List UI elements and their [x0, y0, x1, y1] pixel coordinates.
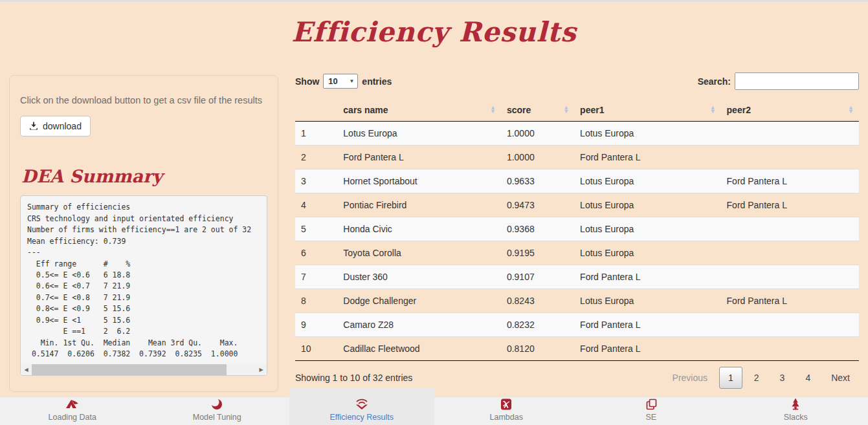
tab-label: Lambdas	[490, 413, 523, 422]
peer2-cell: Ford Pantera L	[721, 169, 859, 193]
cars-name-cell: Pontiac Firebird	[337, 193, 501, 217]
peer2-cell: Ford Pantera L	[721, 289, 859, 313]
scrollbar-left-arrow-icon[interactable]: ◀	[21, 364, 32, 375]
bottom-navbar: Loading Data Model Tuning Efficiency Res…	[0, 388, 868, 425]
page-button-4[interactable]: 4	[796, 367, 819, 388]
peer1-cell: Lotus Europa	[574, 241, 720, 265]
row-index-cell: 6	[295, 241, 337, 265]
scrollbar-right-arrow-icon[interactable]: ▶	[256, 364, 267, 375]
previous-page-button[interactable]: Previous	[663, 367, 717, 388]
page-button-3[interactable]: 3	[771, 367, 794, 388]
summary-horizontal-scrollbar[interactable]: ◀ ▶	[21, 364, 267, 375]
cars-name-cell: Honda Civic	[337, 217, 501, 241]
row-index-cell: 5	[295, 217, 337, 241]
tab-efficiency-results[interactable]: Efficiency Results	[289, 388, 434, 425]
copy-squares-icon	[644, 397, 658, 411]
cars-name-cell: Cadillac Fleetwood	[337, 337, 501, 361]
table-row: 5Honda Civic0.9368Lotus Europa	[295, 217, 859, 241]
page-length-select[interactable]: 10 ▼	[323, 74, 358, 89]
peer1-column-header[interactable]: peer1 ▲▼	[574, 99, 720, 122]
main-content: Click on the download button to get a cs…	[0, 61, 868, 392]
dea-summary-box: Summary of efficiencies CRS technology a…	[20, 195, 267, 376]
tab-lambdas[interactable]: Lambdas	[434, 388, 579, 425]
peer1-cell: Ford Pantera L	[574, 313, 720, 337]
sort-icon: ▲▼	[710, 107, 716, 114]
search-control: Search:	[698, 72, 859, 90]
row-index-cell: 4	[295, 193, 337, 217]
cars-name-cell: Duster 360	[337, 265, 501, 289]
tab-slacks[interactable]: Slacks	[724, 388, 868, 425]
tab-label: SE	[645, 413, 656, 422]
peer2-cell: Ford Pantera L	[721, 193, 859, 217]
table-row: 4Pontiac Firebird0.9473Lotus EuropaFord …	[295, 193, 859, 217]
dea-summary-text: Summary of efficiencies CRS technology a…	[21, 196, 267, 364]
crescent-icon	[210, 397, 224, 411]
peer2-cell	[721, 241, 859, 265]
peer1-cell: Ford Pantera L	[574, 146, 720, 169]
radiating-waves-icon	[353, 397, 370, 411]
cars-name-cell: Hornet Sportabout	[337, 169, 501, 193]
cars-name-cell: Lotus Europa	[337, 122, 501, 146]
scrollbar-thumb[interactable]	[32, 364, 227, 375]
page-button-1[interactable]: 1	[719, 367, 742, 389]
row-index-cell: 8	[295, 289, 337, 313]
peer2-cell	[721, 146, 859, 169]
search-input[interactable]	[735, 72, 859, 90]
tab-label: Loading Data	[49, 413, 96, 422]
peer2-header-label: peer2	[727, 105, 751, 115]
score-cell: 1.0000	[501, 146, 574, 169]
page-title: Efficiency Results	[0, 17, 868, 47]
tab-label: Slacks	[784, 413, 808, 422]
next-page-button[interactable]: Next	[822, 367, 859, 388]
select-caret-icon: ▼	[349, 78, 354, 84]
tab-se[interactable]: SE	[579, 388, 724, 425]
tree-icon	[788, 397, 803, 411]
mountain-icon	[64, 397, 81, 411]
efficiency-results-table: cars name ▲▼ score ▲▼ peer1 ▲▼ peer2 ▲▼	[295, 99, 859, 361]
score-cell: 0.8243	[501, 289, 574, 313]
table-info: Showing 1 to 10 of 32 entries	[295, 373, 412, 383]
peer2-cell	[721, 265, 859, 289]
peer1-cell: Lotus Europa	[574, 193, 720, 217]
cars-name-column-header[interactable]: cars name ▲▼	[337, 99, 501, 122]
peer1-cell: Lotus Europa	[574, 289, 720, 313]
sort-icon: ▲▼	[848, 107, 854, 114]
sort-icon: ▲▼	[490, 107, 496, 114]
index-column-header	[295, 99, 337, 122]
peer2-column-header[interactable]: peer2 ▲▼	[721, 99, 859, 122]
table-body: 1Lotus Europa1.0000Lotus Europa2Ford Pan…	[295, 122, 859, 361]
row-index-cell: 7	[295, 265, 337, 289]
table-header-row: cars name ▲▼ score ▲▼ peer1 ▲▼ peer2 ▲▼	[295, 99, 859, 122]
table-row: 1Lotus Europa1.0000Lotus Europa	[295, 122, 859, 146]
table-row: 7Duster 3600.9107Ford Pantera L	[295, 265, 859, 289]
table-row: 9Camaro Z280.8232Ford Pantera L	[295, 313, 859, 337]
table-row: 3Hornet Sportabout0.9633Lotus EuropaFord…	[295, 169, 859, 193]
score-cell: 0.9368	[501, 217, 574, 241]
peer2-cell	[721, 313, 859, 337]
entries-label: entries	[362, 76, 392, 87]
download-button-label: download	[43, 121, 82, 131]
download-summary-panel: Click on the download button to get a cs…	[9, 75, 278, 392]
title-band: Efficiency Results	[0, 2, 868, 61]
download-description: Click on the download button to get a cs…	[20, 95, 267, 105]
tab-model-tuning[interactable]: Model Tuning	[145, 388, 290, 425]
row-index-cell: 9	[295, 313, 337, 337]
peer1-cell: Lotus Europa	[574, 217, 720, 241]
page-button-2[interactable]: 2	[745, 367, 768, 388]
page-length-control: Show 10 ▼ entries	[295, 74, 392, 89]
table-row: 10Cadillac Fleetwood0.8120Ford Pantera L	[295, 337, 859, 361]
table-row: 8Dodge Challenger0.8243Lotus EuropaFord …	[295, 289, 859, 313]
navbar-tabs: Loading Data Model Tuning Efficiency Res…	[0, 388, 868, 425]
peer2-cell	[721, 122, 859, 146]
cars-name-cell: Ford Pantera L	[337, 146, 501, 169]
score-column-header[interactable]: score ▲▼	[501, 99, 574, 122]
peer1-cell: Lotus Europa	[574, 122, 720, 146]
peer1-header-label: peer1	[580, 105, 604, 115]
cars-name-cell: Camaro Z28	[337, 313, 501, 337]
scrollbar-track[interactable]	[32, 364, 256, 375]
download-button[interactable]: download	[20, 116, 91, 136]
peer2-cell	[721, 337, 859, 361]
tab-loading-data[interactable]: Loading Data	[0, 388, 145, 425]
peer1-cell: Ford Pantera L	[574, 265, 720, 289]
sort-icon: ▲▼	[563, 107, 569, 114]
